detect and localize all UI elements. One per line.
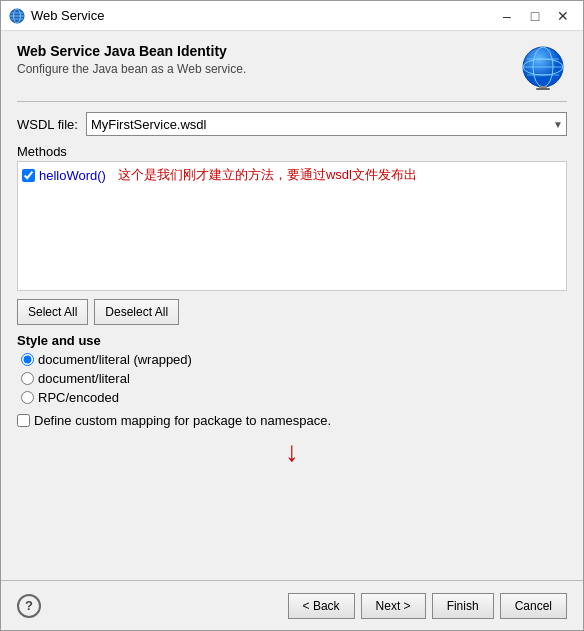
radio-item-2: RPC/encoded [21,390,567,405]
style-radio-label-1: document/literal [38,371,130,386]
page-title: Web Service Java Bean Identity [17,43,511,59]
cancel-button[interactable]: Cancel [500,593,567,619]
minimize-button[interactable]: – [495,6,519,26]
title-bar: Web Service – □ ✕ [1,1,583,31]
radio-item-0: document/literal (wrapped) [21,352,567,367]
wsdl-label: WSDL file: [17,117,78,132]
mapping-row: Define custom mapping for package to nam… [17,413,567,428]
header-divider [17,101,567,102]
wsdl-select-wrapper: MyFirstService.wsdl ▼ [86,112,567,136]
next-button[interactable]: Next > [361,593,426,619]
style-radio-0[interactable] [21,353,34,366]
title-bar-controls: – □ ✕ [495,6,575,26]
wsdl-select[interactable]: MyFirstService.wsdl [86,112,567,136]
window-icon [9,8,25,24]
help-button[interactable]: ? [17,594,41,618]
wsdl-row: WSDL file: MyFirstService.wsdl ▼ [17,112,567,136]
header-text: Web Service Java Bean Identity Configure… [17,43,511,76]
style-radio-label-0: document/literal (wrapped) [38,352,192,367]
arrow-area: ↓ [17,438,567,466]
method-annotation-0: 这个是我们刚才建立的方法，要通过wsdl文件发布出 [118,166,417,184]
style-radio-label-2: RPC/encoded [38,390,119,405]
methods-list: helloWord() 这个是我们刚才建立的方法，要通过wsdl文件发布出 [17,161,567,291]
window: Web Service – □ ✕ Web Service Java Bean … [0,0,584,631]
down-arrow-icon: ↓ [285,438,299,466]
window-title: Web Service [31,8,495,23]
footer-left: ? [17,594,41,618]
radio-item-1: document/literal [21,371,567,386]
method-checkbox-0[interactable] [22,169,35,182]
close-button[interactable]: ✕ [551,6,575,26]
methods-label: Methods [17,144,567,159]
method-name-0: helloWord() [39,168,106,183]
deselect-all-button[interactable]: Deselect All [94,299,179,325]
back-button[interactable]: < Back [288,593,355,619]
methods-section: Methods helloWord() 这个是我们刚才建立的方法，要通过wsdl… [17,144,567,291]
list-item: helloWord() 这个是我们刚才建立的方法，要通过wsdl文件发布出 [22,166,562,184]
content-area: Web Service Java Bean Identity Configure… [1,31,583,580]
header-section: Web Service Java Bean Identity Configure… [17,43,567,91]
style-label: Style and use [17,333,567,348]
style-radio-2[interactable] [21,391,34,404]
maximize-button[interactable]: □ [523,6,547,26]
footer: ? < Back Next > Finish Cancel [1,580,583,630]
page-subtitle: Configure the Java bean as a Web service… [17,62,511,76]
globe-icon [519,43,567,91]
select-all-button[interactable]: Select All [17,299,88,325]
mapping-label: Define custom mapping for package to nam… [34,413,331,428]
footer-right: < Back Next > Finish Cancel [288,593,567,619]
style-section: Style and use document/literal (wrapped)… [17,333,567,405]
svg-rect-12 [536,88,550,90]
selection-buttons: Select All Deselect All [17,299,567,325]
mapping-checkbox[interactable] [17,414,30,427]
finish-button[interactable]: Finish [432,593,494,619]
style-radio-1[interactable] [21,372,34,385]
